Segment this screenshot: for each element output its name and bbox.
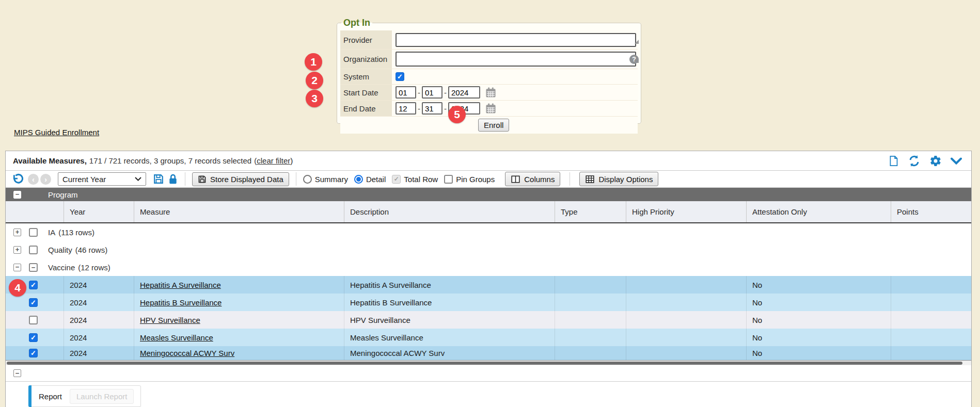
forward-icon[interactable]: ›: [40, 174, 51, 185]
lock-icon[interactable]: [168, 173, 178, 185]
cell-high-priority: [626, 276, 746, 294]
chevron-down-icon[interactable]: [951, 157, 962, 165]
cell-attestation-only: No: [746, 294, 891, 311]
cell-description: Hepatitis B Surveillance: [344, 294, 555, 311]
mips-guided-enrollment-link[interactable]: MIPS Guided Enrollment: [14, 128, 99, 137]
calendar-icon[interactable]: [485, 87, 497, 98]
end-date-label: End Date: [340, 101, 392, 116]
annotation-badge-1: 1: [305, 53, 322, 71]
cell-points: [891, 294, 971, 311]
cell-type: [555, 346, 626, 360]
system-label: System: [340, 69, 392, 84]
columns-button[interactable]: Columns: [505, 172, 560, 186]
launch-report-button[interactable]: Launch Report: [70, 389, 134, 404]
back-icon[interactable]: ‹: [28, 174, 39, 185]
cell-year: 2024: [64, 346, 134, 360]
end-month-input[interactable]: [396, 102, 416, 115]
row-checkbox[interactable]: ✓: [29, 349, 38, 357]
cell-high-priority: [626, 311, 746, 329]
row-checkbox[interactable]: ✓: [29, 333, 38, 342]
group-count: (113 rows): [58, 228, 94, 237]
new-document-icon[interactable]: [888, 155, 899, 167]
calendar-icon[interactable]: [485, 103, 497, 114]
collapse-icon[interactable]: −: [13, 264, 21, 271]
total-row-checkbox[interactable]: ✓: [392, 175, 401, 184]
start-date-row: Start Date - -: [340, 85, 638, 101]
column-header-high-priority[interactable]: High Priority: [626, 201, 746, 222]
group-label: Vaccine: [48, 263, 75, 272]
start-month-input[interactable]: [396, 86, 416, 99]
start-day-input[interactable]: [422, 86, 442, 99]
report-box: Report Launch Report: [28, 385, 141, 407]
cell-year: 2024: [64, 276, 134, 294]
cell-points: [891, 346, 971, 360]
cell-description: Meningococcal ACWY Surv: [344, 346, 555, 360]
column-header-type[interactable]: Type: [555, 201, 626, 222]
collapse-icon[interactable]: −: [13, 369, 21, 377]
column-header-points[interactable]: Points: [891, 201, 971, 222]
expand-icon[interactable]: +: [13, 246, 21, 254]
save-icon[interactable]: [153, 173, 164, 185]
scrollbar-thumb[interactable]: [7, 362, 962, 365]
pin-groups-label: Pin Groups: [456, 175, 495, 184]
group-row-vaccine[interactable]: − − Vaccine (12 rows): [6, 258, 971, 276]
measure-link[interactable]: Hepatitis B Surveillance: [140, 298, 222, 307]
provider-input[interactable]: [396, 33, 636, 47]
table-row[interactable]: ✓ 2024 Measles Surveillance Measles Surv…: [6, 329, 971, 346]
table-row[interactable]: 2024 HPV Surveillance HPV Surveillance N…: [6, 311, 971, 329]
column-header-description[interactable]: Description: [344, 201, 555, 222]
cell-type: [555, 276, 626, 294]
collapse-icon[interactable]: −: [13, 191, 21, 199]
row-checkbox[interactable]: ✓: [29, 298, 38, 307]
gear-icon[interactable]: [929, 155, 942, 167]
group-label: Quality: [48, 246, 72, 254]
clear-filter-link[interactable]: clear filter: [257, 156, 290, 165]
table-row[interactable]: ✓ 2024 Hepatitis A Surveillance Hepatiti…: [6, 276, 971, 294]
refresh-icon[interactable]: [908, 155, 921, 167]
table-row[interactable]: ✓ 2024 Hepatitis B Surveillance Hepatiti…: [6, 294, 971, 311]
measure-link[interactable]: Measles Surveillance: [140, 333, 213, 342]
expand-icon[interactable]: +: [13, 229, 21, 236]
column-header-row: Year Measure Description Type High Prior…: [6, 201, 971, 223]
cell-year: 2024: [64, 311, 134, 329]
row-checkbox[interactable]: ✓: [29, 281, 38, 289]
horizontal-scrollbar[interactable]: [6, 360, 971, 365]
group-checkbox[interactable]: [29, 228, 38, 237]
pin-groups-checkbox[interactable]: [444, 175, 453, 184]
bottom-collapse-row: −: [6, 365, 971, 382]
save-icon: [198, 175, 207, 184]
group-count: (46 rows): [75, 246, 108, 254]
period-select[interactable]: Current Year: [58, 172, 146, 186]
organization-input[interactable]: [396, 52, 636, 67]
store-displayed-data-button[interactable]: Store Displayed Data: [192, 172, 289, 186]
summary-radio[interactable]: [303, 175, 312, 184]
records-summary: 171 / 721 records, 3 groups, 7 records s…: [89, 156, 251, 165]
start-year-input[interactable]: [448, 86, 480, 99]
column-header-measure[interactable]: Measure: [134, 201, 344, 222]
summary-radio-label: Summary: [315, 175, 348, 184]
annotation-badge-2: 2: [306, 72, 323, 89]
display-options-button[interactable]: Display Options: [579, 172, 658, 186]
group-row-quality[interactable]: + Quality (46 rows): [6, 241, 971, 258]
system-checkbox[interactable]: ✓: [396, 72, 404, 81]
group-count: (12 rows): [78, 263, 110, 272]
measure-link[interactable]: HPV Surveillance: [140, 316, 200, 324]
cell-attestation-only: No: [746, 329, 891, 346]
measure-link[interactable]: Hepatitis A Surveillance: [140, 281, 221, 289]
cell-description: Hepatitis A Surveillance: [344, 276, 555, 294]
detail-radio[interactable]: [354, 175, 363, 184]
group-row-ia[interactable]: + IA (113 rows): [6, 223, 971, 241]
measure-link[interactable]: Meningococcal ACWY Surv: [140, 349, 234, 357]
undo-icon[interactable]: [12, 173, 24, 185]
help-icon[interactable]: ?: [629, 55, 639, 64]
group-checkbox[interactable]: [29, 246, 38, 254]
group-checkbox[interactable]: −: [29, 263, 38, 272]
column-header-year[interactable]: Year: [64, 201, 134, 222]
cell-attestation-only: No: [746, 311, 891, 329]
enroll-button[interactable]: Enroll: [478, 119, 509, 132]
table-row[interactable]: ✓ 2024 Meningococcal ACWY Surv Meningoco…: [6, 346, 971, 360]
end-day-input[interactable]: [422, 102, 442, 115]
row-checkbox[interactable]: [29, 316, 38, 324]
column-header-attestation-only[interactable]: Attestation Only: [746, 201, 891, 222]
group-label: IA: [48, 228, 55, 237]
